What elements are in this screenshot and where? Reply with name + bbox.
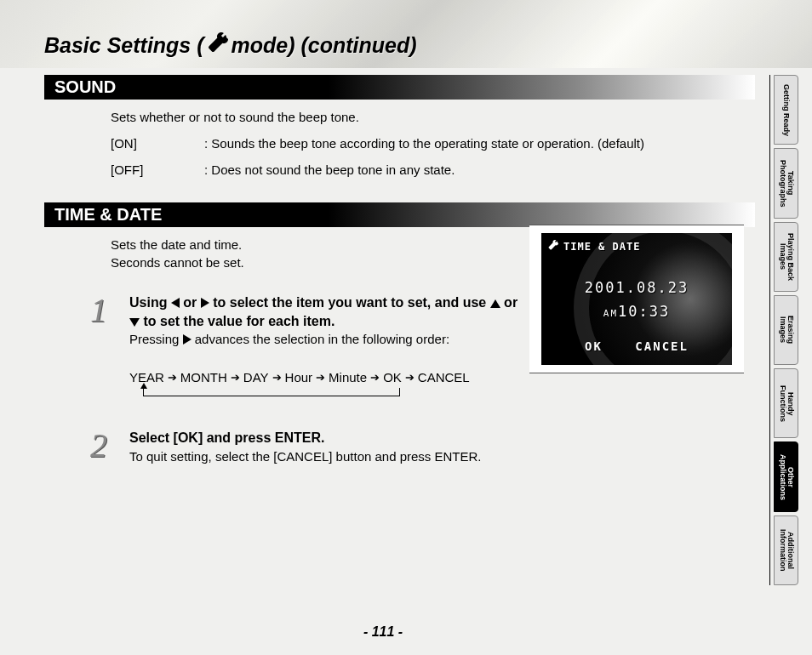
wrench-icon — [208, 32, 228, 58]
lcd-header: TIME & DATE — [548, 240, 640, 253]
arrow-right-icon: ➔ — [316, 371, 325, 384]
option-desc: : Sounds the beep tone according to the … — [204, 134, 755, 152]
lcd-time: AM10:33 — [541, 303, 732, 320]
sound-option-off: [OFF] : Does not sound the beep tone in … — [111, 161, 755, 179]
seq-month: MONTH — [180, 370, 227, 384]
option-label: [OFF] — [111, 161, 204, 179]
page-number: - 111 - — [0, 624, 766, 640]
right-arrow-icon — [183, 334, 192, 345]
lcd-ampm: AM — [603, 308, 618, 319]
up-arrow-icon — [490, 299, 500, 308]
sound-intro: Sets whether or not to sound the beep to… — [111, 108, 755, 126]
arrow-right-icon: ➔ — [272, 371, 282, 384]
left-arrow-icon — [171, 298, 180, 308]
right-arrow-icon — [201, 298, 209, 308]
step-2: 2 Select [OK] and press ENTER. To quit s… — [44, 429, 755, 464]
seq-hour: Hour — [285, 370, 313, 384]
step-number-1: 1 — [90, 290, 107, 330]
timedate-heading: TIME & DATE — [44, 202, 755, 227]
seq-day: DAY — [243, 370, 269, 384]
step-number-2: 2 — [90, 425, 107, 465]
lcd-ok: OK — [585, 339, 603, 353]
step-2-text: To quit setting, select the [CANCEL] but… — [129, 449, 755, 464]
title-prefix: Basic Settings ( — [44, 33, 204, 58]
tab-taking-photographs[interactable]: Taking Photographs — [774, 148, 798, 218]
arrow-right-icon: ➔ — [370, 371, 380, 384]
page-title: Basic Settings ( mode) (continued) — [44, 32, 417, 58]
lcd-date: 2001.08.23 — [541, 279, 732, 296]
tab-playing-back-images[interactable]: Playing Back Images — [774, 222, 798, 292]
lcd-screenshot: TIME & DATE 2001.08.23 AM10:33 OK CANCEL — [529, 225, 744, 373]
lcd-display: TIME & DATE 2001.08.23 AM10:33 OK CANCEL — [541, 233, 732, 365]
sound-heading: SOUND — [44, 75, 755, 100]
sound-option-on: [ON] : Sounds the beep tone according to… — [111, 134, 755, 152]
lcd-cancel: CANCEL — [635, 339, 689, 353]
arrow-right-icon: ➔ — [168, 371, 177, 384]
tab-other-applications[interactable]: Other Applications — [774, 441, 798, 511]
down-arrow-icon — [129, 318, 140, 327]
tab-handy-functions[interactable]: Handy Functions — [774, 368, 798, 438]
option-desc: : Does not sound the beep tone in any st… — [204, 161, 755, 179]
option-label: [ON] — [111, 134, 204, 152]
seq-minute: Minute — [329, 370, 367, 384]
seq-cancel: CANCEL — [418, 370, 470, 384]
sequence-diagram: YEAR ➔ MONTH ➔ DAY ➔ Hour ➔ Minute ➔ OK … — [129, 370, 538, 400]
seq-ok: OK — [383, 370, 402, 384]
lcd-header-text: TIME & DATE — [563, 241, 640, 253]
arrow-right-icon: ➔ — [231, 371, 240, 384]
arrow-right-icon: ➔ — [405, 371, 415, 384]
tab-erasing-images[interactable]: Erasing Images — [774, 295, 798, 365]
step-1-title: Using or to select the item you want to … — [129, 293, 529, 330]
section-tabs: Getting Ready Taking Photographs Playing… — [769, 75, 798, 585]
tab-getting-ready[interactable]: Getting Ready — [774, 75, 798, 145]
wrench-icon — [548, 240, 558, 253]
lcd-buttons: OK CANCEL — [541, 339, 732, 353]
sound-body: Sets whether or not to sound the beep to… — [44, 108, 755, 179]
tab-additional-information[interactable]: Additional Information — [774, 515, 798, 585]
sequence-return-line — [143, 388, 400, 396]
step-2-title: Select [OK] and press ENTER. — [129, 429, 755, 447]
sequence-return-arrow-icon — [140, 383, 147, 389]
lcd-time-value: 10:33 — [618, 303, 670, 320]
title-suffix: mode) (continued) — [232, 33, 417, 58]
